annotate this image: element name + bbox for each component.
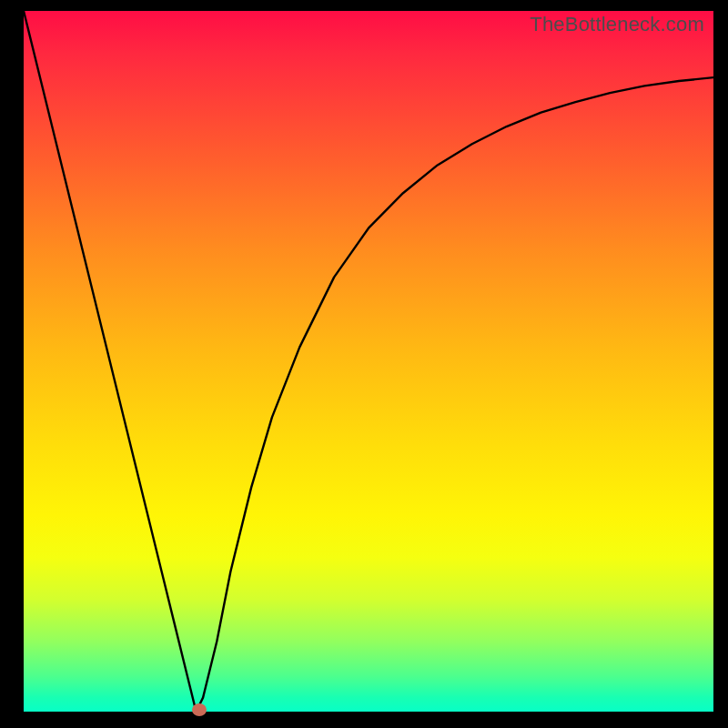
plot-area: TheBottleneck.com xyxy=(24,11,713,712)
chart-frame: TheBottleneck.com xyxy=(0,0,728,728)
bottleneck-curve xyxy=(24,11,713,712)
minimum-marker xyxy=(192,703,207,716)
